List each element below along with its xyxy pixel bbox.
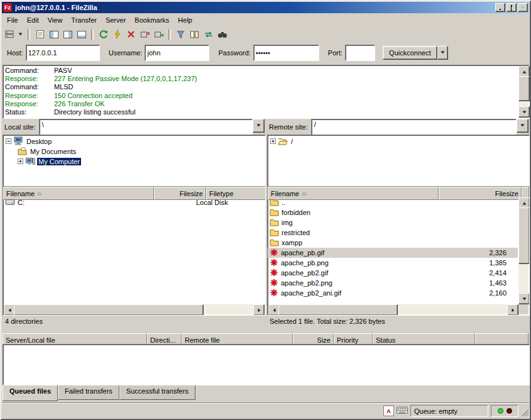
toggle-local-tree-icon[interactable] <box>47 28 60 41</box>
collapse-icon[interactable] <box>6 138 11 145</box>
file-row[interactable]: img <box>268 218 518 228</box>
close-icon <box>522 5 523 10</box>
remote-hscrollbar[interactable] <box>268 304 518 314</box>
arrow-down-icon <box>522 111 527 114</box>
file-type: Local Disk <box>194 199 249 206</box>
image-file-icon <box>270 258 278 268</box>
arrow-left-icon <box>273 308 276 312</box>
tree-item-label[interactable]: My Documents <box>29 148 77 155</box>
local-site-value[interactable]: \ <box>39 119 253 135</box>
remote-status-text: Selected 1 file. Total size: 2,326 bytes <box>270 318 385 325</box>
scrollbar-right-button[interactable] <box>253 304 265 316</box>
local-hscrollbar[interactable] <box>4 304 265 314</box>
tree-item-desktop[interactable]: Desktop <box>3 136 265 146</box>
password-input[interactable] <box>253 45 319 61</box>
status-bar: A Queue: empty <box>2 402 529 418</box>
file-row[interactable]: restricted <box>268 228 518 238</box>
queue-body[interactable] <box>3 344 530 385</box>
menu-file[interactable]: File <box>3 15 23 25</box>
remote-site-dropdown-button[interactable] <box>517 119 528 133</box>
file-row[interactable]: apache_pb2_ani.gif 2,160 <box>268 288 518 298</box>
local-site-dropdown-button[interactable] <box>253 119 265 133</box>
menu-help[interactable]: Help <box>173 15 197 25</box>
tab-failed-transfers[interactable]: Failed transfers <box>58 385 119 400</box>
refresh-icon[interactable] <box>97 28 110 41</box>
file-row[interactable]: apache_pb.png 1,385 <box>268 258 518 268</box>
synchronized-browsing-icon[interactable] <box>202 28 215 41</box>
filter-icon[interactable] <box>174 28 187 41</box>
local-site-combo[interactable]: \ <box>39 119 265 135</box>
tree-item-label[interactable]: Desktop <box>25 138 53 145</box>
process-queue-icon[interactable] <box>111 28 124 41</box>
local-site-row: Local site: \ <box>3 120 265 133</box>
file-row[interactable]: C: Local Disk <box>3 197 265 207</box>
transfer-type-icon[interactable]: A <box>383 406 394 416</box>
scrollbar-right-button[interactable] <box>507 304 518 316</box>
remote-site-value[interactable]: / <box>311 119 517 135</box>
scrollbar-thumb[interactable] <box>278 304 398 316</box>
file-name: xampp <box>282 239 302 246</box>
password-label: Password: <box>218 49 250 57</box>
tree-item-my-documents[interactable]: My Documents <box>3 146 265 157</box>
expand-icon[interactable] <box>270 138 276 145</box>
image-file-icon <box>270 268 278 278</box>
scrollbar-down-button[interactable] <box>518 106 530 118</box>
maximize-button[interactable] <box>506 3 517 12</box>
close-button[interactable] <box>518 3 528 12</box>
scrollbar-thumb[interactable] <box>518 207 530 264</box>
file-row[interactable]: xampp <box>268 238 518 248</box>
disconnect-icon[interactable] <box>138 28 151 41</box>
menu-edit[interactable]: Edit <box>23 15 43 25</box>
cancel-icon[interactable] <box>124 28 138 41</box>
toggle-remote-tree-icon[interactable] <box>61 28 74 41</box>
tree-item-root[interactable]: / <box>268 136 529 146</box>
scrollbar-thumb[interactable] <box>14 304 204 316</box>
port-input[interactable] <box>345 45 375 61</box>
tab-successful-transfers[interactable]: Successful transfers <box>119 385 195 400</box>
file-row[interactable]: apache_pb2.png 1,463 <box>268 278 518 288</box>
quickconnect-dropdown-button[interactable] <box>437 46 448 60</box>
expand-icon[interactable] <box>18 158 23 165</box>
toggle-queue-icon[interactable] <box>75 28 88 41</box>
remote-vscrollbar[interactable] <box>518 197 528 304</box>
file-row[interactable]: apache_pb2.gif 2,414 <box>268 268 518 278</box>
minimize-button[interactable] <box>495 3 505 12</box>
site-manager-icon[interactable] <box>3 28 16 41</box>
find-icon[interactable] <box>216 28 229 41</box>
arrow-up-icon <box>522 202 527 205</box>
tree-item-label[interactable]: / <box>290 138 294 145</box>
image-file-icon <box>270 289 278 298</box>
arrow-right-icon <box>258 308 261 312</box>
host-input[interactable] <box>26 45 100 61</box>
reconnect-icon[interactable] <box>152 28 165 41</box>
filezilla-logo-icon[interactable]: Fz <box>3 3 12 12</box>
toggle-log-icon[interactable] <box>33 28 47 41</box>
compare-icon[interactable] <box>188 28 201 41</box>
file-row[interactable]: forbidden <box>268 207 518 218</box>
remote-site-combo[interactable]: / <box>311 119 528 135</box>
tab-queued-files[interactable]: Queued files <box>3 385 58 401</box>
filezilla-window: Fz john@127.0.0.1 - FileZilla File Edit … <box>0 0 531 420</box>
resize-grip[interactable] <box>521 409 529 418</box>
image-file-icon <box>270 279 278 288</box>
file-size: 2,414 <box>432 269 509 277</box>
log-line: Command:PASV <box>5 67 517 75</box>
tree-item-label[interactable]: My Computer <box>37 158 81 165</box>
log-scrollbar[interactable] <box>518 66 528 118</box>
remote-list-header: Filename Filesize <box>268 187 529 197</box>
site-manager-dropdown-icon[interactable] <box>16 28 25 41</box>
keyboard-icon[interactable] <box>397 407 408 415</box>
menu-server[interactable]: Server <box>101 15 130 25</box>
menu-bookmarks[interactable]: Bookmarks <box>130 15 173 25</box>
scrollbar-thumb[interactable] <box>518 76 530 101</box>
tree-item-my-computer[interactable]: My Computer <box>3 157 265 167</box>
username-input[interactable] <box>145 45 209 61</box>
quickconnect-button[interactable]: Quickconnect <box>383 46 437 60</box>
menu-transfer[interactable]: Transfer <box>67 15 101 25</box>
remote-file-list: Filename Filesize .. forbidden img restr… <box>267 186 530 316</box>
file-row-selected[interactable]: apache_pb.gif 2,326 <box>268 248 518 258</box>
computer-icon <box>25 157 35 167</box>
menu-view[interactable]: View <box>43 15 67 25</box>
scrollbar-down-button[interactable] <box>518 293 530 304</box>
file-row[interactable]: .. <box>268 197 518 207</box>
